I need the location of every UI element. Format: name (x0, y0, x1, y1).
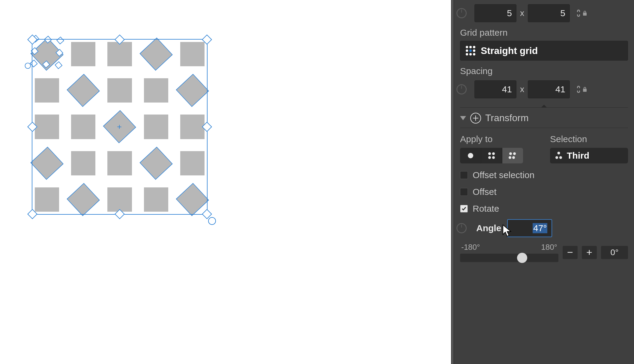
cell-4-2[interactable] (71, 151, 95, 175)
offset-row: Offset (460, 187, 628, 197)
apply-to-selection[interactable] (502, 148, 523, 163)
slider-min-label: -180° (461, 243, 480, 252)
offset-selection-row: Offset selection (460, 170, 628, 180)
check-icon (461, 206, 467, 211)
chain-icon (576, 9, 581, 17)
selection-value: Third (567, 151, 589, 161)
apply-to-single[interactable] (460, 148, 481, 163)
spacing-y-input[interactable]: 41 (528, 80, 570, 98)
grid-cols-input[interactable]: 5 (474, 4, 516, 22)
single-dot-icon (467, 152, 474, 160)
spacing-x-input[interactable]: 41 (474, 80, 516, 98)
chain-icon (576, 85, 581, 94)
offset-label: Offset (473, 187, 496, 197)
slider-max-label: 180° (541, 243, 557, 252)
svg-point-0 (466, 46, 468, 48)
transform-section-header[interactable]: Transform (460, 107, 628, 128)
apply-to-all[interactable] (481, 148, 502, 163)
cell-1-5[interactable] (180, 42, 205, 66)
cell-3-1[interactable] (35, 115, 59, 139)
offset-selection-label: Offset selection (473, 170, 534, 180)
angle-slider[interactable] (460, 254, 558, 262)
grid-pattern-label: Grid pattern (460, 28, 628, 38)
angle-decrement-button[interactable]: − (563, 246, 578, 259)
cell-2-3[interactable] (107, 78, 132, 103)
svg-point-8 (469, 49, 472, 52)
angle-knob-icon[interactable] (456, 223, 467, 233)
grid-pattern-value: Straight grid (481, 45, 538, 56)
four-dots-icon (488, 152, 495, 160)
lock-icon (582, 10, 587, 16)
cell-4-3[interactable] (107, 151, 132, 175)
apply-to-label: Apply to (460, 134, 539, 144)
cell-5-3[interactable] (107, 187, 132, 212)
grid-rows-input[interactable]: 5 (528, 4, 570, 22)
cell-1-1[interactable] (31, 38, 63, 70)
spacing-link-lock[interactable] (576, 85, 587, 94)
cell-5-4[interactable] (144, 187, 168, 212)
cross-icon: × (115, 123, 124, 131)
angle-input[interactable]: 47° (507, 219, 552, 237)
angle-increment-button[interactable]: + (582, 246, 597, 259)
rotate-checkbox[interactable] (460, 205, 468, 213)
selection-label: Selection (550, 134, 628, 144)
cell-2-4[interactable] (144, 78, 168, 103)
selection-dropdown[interactable]: Third (550, 148, 628, 163)
spacing-row: 41 x 41 (460, 80, 628, 98)
pattern-grid[interactable]: × (35, 42, 205, 212)
cell-5-5[interactable] (177, 184, 208, 216)
apply-to-toggle (460, 148, 523, 163)
cell-2-5[interactable] (177, 75, 208, 106)
svg-point-3 (466, 49, 468, 52)
cell-2-2[interactable] (67, 75, 99, 106)
cell-2-1[interactable] (35, 78, 59, 103)
cell-5-2[interactable] (67, 184, 99, 216)
design-canvas[interactable]: × (0, 0, 451, 364)
transform-header-label: Transform (485, 112, 529, 124)
dimension-knob-icon[interactable] (456, 8, 467, 18)
cell-1-2[interactable] (71, 42, 95, 66)
angle-slider-area: -180° 180° − + 0° (460, 243, 628, 262)
dimensions-link-lock[interactable] (576, 9, 587, 17)
cell-5-1[interactable] (35, 187, 59, 212)
spacing-knob-icon[interactable] (456, 84, 467, 94)
diag-dots-icon (509, 152, 516, 160)
offset-checkbox[interactable] (460, 188, 468, 196)
cell-3-4[interactable] (144, 115, 168, 139)
cell-4-1[interactable] (31, 147, 63, 179)
svg-point-6 (469, 53, 472, 55)
cell-1-4[interactable] (140, 38, 172, 70)
svg-point-7 (473, 53, 475, 55)
cell-3-3[interactable]: × (104, 111, 136, 143)
rotation-handle[interactable] (208, 217, 216, 225)
angle-row: Angle 47° (460, 219, 628, 237)
collapse-triangle-icon[interactable] (460, 116, 466, 120)
times-label: x (520, 8, 524, 18)
cell-3-5[interactable] (180, 115, 205, 139)
cell-1-3[interactable] (107, 42, 132, 66)
svg-point-4 (473, 49, 475, 52)
pattern-cells: × (35, 42, 205, 212)
angle-slider-thumb[interactable] (517, 253, 527, 263)
rotate-label: Rotate (473, 204, 499, 214)
properties-panel: 5 x 5 Grid pattern Straight grid Spacing (454, 0, 634, 364)
cell-4-4[interactable] (140, 147, 172, 179)
grid-dimensions-row: 5 x 5 (460, 4, 628, 22)
lock-icon (582, 86, 587, 92)
angle-reset-button[interactable]: 0° (601, 246, 628, 259)
times-label-2: x (520, 85, 524, 94)
spacing-label: Spacing (460, 66, 628, 76)
offset-selection-checkbox[interactable] (460, 171, 468, 179)
rotate-row: Rotate (460, 204, 628, 214)
svg-point-5 (466, 53, 468, 55)
transform-icon (470, 113, 481, 124)
cell-3-2[interactable] (71, 115, 95, 139)
angle-label: Angle (476, 223, 501, 233)
grid-pattern-dropdown[interactable]: Straight grid (460, 41, 628, 61)
third-pattern-icon (555, 152, 563, 160)
svg-point-1 (469, 46, 472, 48)
panel-divider[interactable] (451, 0, 454, 364)
svg-point-2 (473, 46, 475, 48)
straight-grid-icon (465, 45, 476, 56)
cell-4-5[interactable] (180, 151, 205, 175)
